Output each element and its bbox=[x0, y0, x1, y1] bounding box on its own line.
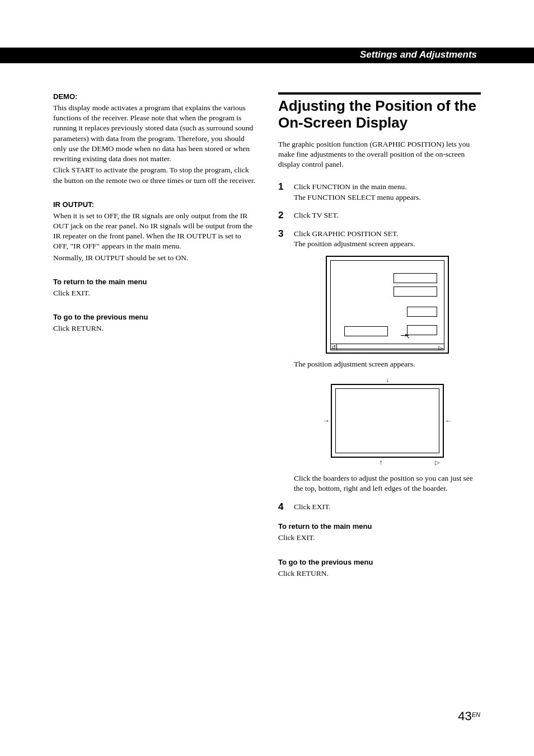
cursor-icon: ↖ bbox=[404, 331, 410, 341]
return-icon: ↺ bbox=[331, 344, 336, 351]
step-3: 3 Click GRAPHIC POSITION SET. The positi… bbox=[278, 229, 481, 494]
ir-heading: IR OUTPUT: bbox=[53, 200, 256, 209]
demo-paragraph-1: This display mode activates a program th… bbox=[53, 103, 256, 164]
step-1-body: Click FUNCTION in the main menu. The FUN… bbox=[294, 182, 481, 202]
step-3-line-a: Click GRAPHIC POSITION SET. bbox=[294, 229, 481, 239]
right-go-previous-body: Click RETURN. bbox=[278, 569, 481, 579]
figure-2-outer-frame bbox=[331, 384, 444, 458]
ir-paragraph-1: When it is set to OFF, the IR signals ar… bbox=[53, 211, 256, 252]
step-3-number: 3 bbox=[278, 229, 286, 494]
ir-output-block: IR OUTPUT: When it is set to OFF, the IR… bbox=[53, 200, 256, 263]
page-content: DEMO: This display mode activates a prog… bbox=[53, 92, 481, 593]
step-2: 2 Click TV SET. bbox=[278, 210, 481, 221]
arrow-left-icon: ← bbox=[445, 416, 452, 425]
figure-1-box-top-b bbox=[394, 287, 437, 297]
proceed-icon: ▷ bbox=[438, 344, 443, 352]
return-main-body: Click EXIT. bbox=[53, 288, 256, 298]
step-1: 1 Click FUNCTION in the main menu. The F… bbox=[278, 182, 481, 202]
arrow-right-icon: → bbox=[323, 416, 330, 425]
page-number-value: 43 bbox=[458, 709, 471, 723]
left-column: DEMO: This display mode activates a prog… bbox=[53, 92, 256, 593]
right-go-previous-heading: To go to the previous menu bbox=[278, 558, 481, 566]
go-previous-block: To go to the previous menu Click RETURN. bbox=[53, 313, 256, 334]
step-2-number: 2 bbox=[278, 210, 286, 221]
feature-intro: The graphic position function (GRAPHIC P… bbox=[278, 139, 481, 170]
page-number-suffix: EN bbox=[472, 711, 480, 718]
right-return-main-body: Click EXIT. bbox=[278, 533, 481, 543]
feature-title: Adjusting the Position of the On-Screen … bbox=[278, 98, 481, 132]
step-4: 4 Click EXIT. bbox=[278, 502, 481, 513]
right-return-main-block: To return to the main menu Click EXIT. bbox=[278, 522, 481, 543]
go-previous-body: Click RETURN. bbox=[53, 323, 256, 334]
right-return-main-heading: To return to the main menu bbox=[278, 522, 481, 530]
figure-1-box-top-a bbox=[394, 273, 437, 283]
step-1-line-b: The FUNCTION SELECT menu appears. bbox=[294, 192, 481, 203]
after-figure-1-text: The position adjustment screen appears. bbox=[294, 359, 481, 369]
return-main-block: To return to the main menu Click EXIT. bbox=[53, 278, 256, 298]
step-2-body: Click TV SET. bbox=[294, 210, 481, 221]
figure-1-box-bottom-right bbox=[407, 325, 437, 335]
right-column: Adjusting the Position of the On-Screen … bbox=[278, 92, 481, 593]
exit-icon: ▷ bbox=[435, 458, 439, 467]
figure-2-wrap: ↓ ↑ → ← ▷ bbox=[294, 376, 481, 466]
section-header-title: Settings and Adjustments bbox=[360, 49, 477, 60]
figure-1-inner-frame bbox=[330, 260, 444, 349]
figure-1-box-mid bbox=[407, 307, 437, 317]
step-4-number: 4 bbox=[278, 502, 286, 513]
figure-1-bottom-bar: ↺ ▷ bbox=[330, 344, 444, 350]
arrow-down-icon: ↓ bbox=[386, 375, 389, 384]
right-go-previous-block: To go to the previous menu Click RETURN. bbox=[278, 558, 481, 579]
step-3-body: Click GRAPHIC POSITION SET. The position… bbox=[294, 229, 481, 494]
arrow-up-icon: ↑ bbox=[380, 458, 383, 467]
demo-heading: DEMO: bbox=[53, 92, 256, 101]
after-figure-2-text: Click the boarders to adjust the positio… bbox=[294, 473, 481, 494]
step-1-line-a: Click FUNCTION in the main menu. bbox=[294, 182, 481, 192]
figure-1-box-bottom-left bbox=[344, 326, 388, 336]
return-main-heading: To return to the main menu bbox=[53, 278, 256, 286]
step-3-line-b: The position adjustment screen appears. bbox=[294, 239, 481, 249]
figure-2-inner-frame bbox=[335, 388, 439, 453]
page-number: 43EN bbox=[458, 709, 480, 724]
demo-block: DEMO: This display mode activates a prog… bbox=[53, 92, 256, 186]
step-4-body: Click EXIT. bbox=[294, 502, 481, 513]
feature-top-rule bbox=[278, 92, 481, 95]
figure-2: ↓ ↑ → ← ▷ bbox=[323, 376, 452, 466]
figure-1-bar-divider bbox=[336, 344, 337, 350]
demo-paragraph-2: Click START to activate the program. To … bbox=[53, 165, 256, 185]
go-previous-heading: To go to the previous menu bbox=[53, 313, 256, 321]
step-1-number: 1 bbox=[278, 182, 286, 202]
figure-1: ↖ ↺ ▷ bbox=[326, 256, 449, 354]
figure-1-wrap: ↖ ↺ ▷ bbox=[294, 256, 481, 354]
section-header-bar: Settings and Adjustments bbox=[0, 48, 534, 63]
ir-paragraph-2: Normally, IR OUTPUT should be set to ON. bbox=[53, 253, 256, 263]
